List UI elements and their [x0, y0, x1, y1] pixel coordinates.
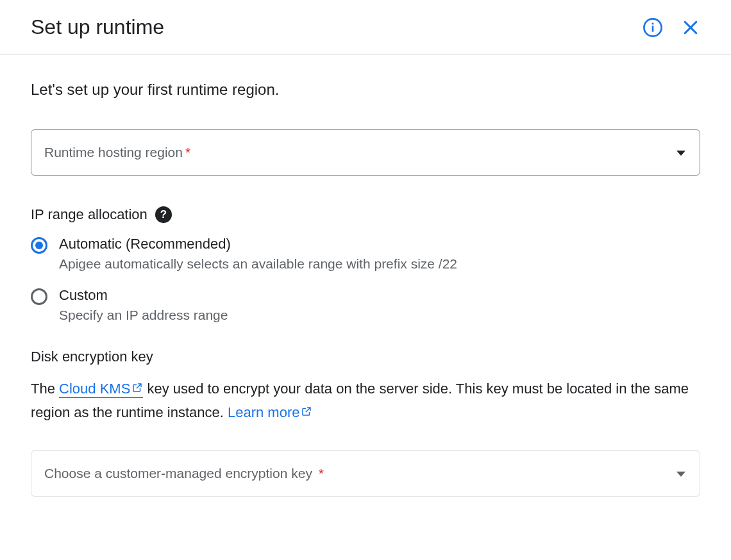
encryption-heading: Disk encryption key	[31, 349, 700, 365]
radio-option-automatic[interactable]: Automatic (Recommended) Apigee automatic…	[31, 236, 700, 272]
ip-range-radio-group: Automatic (Recommended) Apigee automatic…	[31, 236, 700, 323]
help-icon[interactable]: ?	[155, 206, 172, 223]
encryption-key-select[interactable]: Choose a customer-managed encryption key…	[31, 450, 700, 497]
dialog-content: Let's set up your first runtime region. …	[0, 55, 731, 553]
close-icon	[681, 18, 700, 37]
cloud-kms-link[interactable]: Cloud KMS	[59, 381, 143, 398]
encryption-description: The Cloud KMS key used to encrypt your d…	[31, 377, 700, 425]
close-button[interactable]	[681, 18, 700, 37]
dialog-title: Set up runtime	[31, 15, 164, 39]
select-label: Choose a customer-managed encryption key…	[44, 466, 324, 481]
radio-label: Automatic (Recommended)	[59, 236, 700, 252]
radio-description: Apigee automatically selects an availabl…	[59, 256, 700, 272]
radio-text: Custom Specify an IP address range	[59, 287, 700, 323]
info-button[interactable]	[643, 17, 663, 38]
dropdown-arrow-icon	[676, 468, 685, 479]
runtime-region-select[interactable]: Runtime hosting region*	[31, 129, 700, 176]
header-actions	[643, 17, 700, 38]
external-link-icon	[131, 377, 143, 400]
learn-more-link[interactable]: Learn more	[228, 404, 313, 420]
radio-text: Automatic (Recommended) Apigee automatic…	[59, 236, 700, 272]
svg-rect-2	[652, 22, 654, 24]
ip-range-heading-row: IP range allocation ?	[31, 206, 700, 223]
radio-indicator-selected	[31, 237, 47, 254]
radio-option-custom[interactable]: Custom Specify an IP address range	[31, 287, 700, 323]
required-indicator: *	[185, 145, 190, 160]
external-link-icon	[301, 400, 312, 424]
dialog-header: Set up runtime	[0, 0, 731, 55]
radio-description: Specify an IP address range	[59, 308, 700, 323]
ip-range-heading: IP range allocation	[31, 206, 147, 223]
select-label: Runtime hosting region*	[44, 145, 190, 160]
radio-label: Custom	[59, 287, 700, 304]
required-indicator: *	[319, 466, 324, 481]
radio-indicator-unselected	[31, 288, 47, 305]
dropdown-arrow-icon	[676, 147, 685, 158]
svg-rect-1	[652, 26, 654, 31]
info-icon	[643, 17, 663, 38]
intro-text: Let's set up your first runtime region.	[31, 81, 700, 99]
